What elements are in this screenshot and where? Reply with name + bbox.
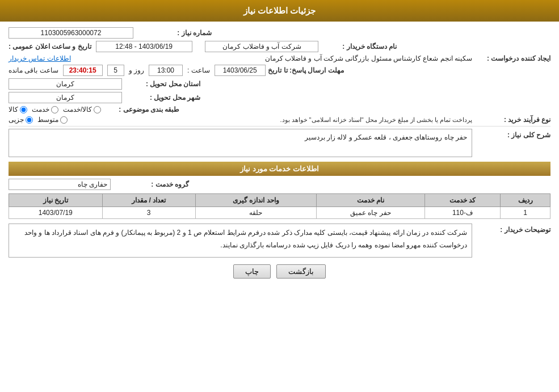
- province-label: استان محل تحویل :: [127, 80, 200, 88]
- purchase-type-radio-jozii[interactable]: [26, 116, 33, 124]
- col-date: تاریخ نیاز: [9, 194, 103, 207]
- category-label: طبقه بندی موضوعی :: [106, 106, 179, 113]
- header-title: جزئیات اطلاعات نیاز: [243, 6, 316, 15]
- buyer-desc-value: شرکت کننده در زمان ارائه پیشنهاد قیمت، ب…: [9, 224, 472, 258]
- purchase-type-motavasset[interactable]: متوسط: [37, 116, 68, 124]
- deadline-date: 1403/06/25: [215, 65, 266, 76]
- service-group-label: گروه خدمت :: [115, 180, 189, 188]
- deadline-time-label: ساعت :: [187, 66, 210, 74]
- category-row: طبقه بندی موضوعی : کالا/خدمت خدمت کالا: [9, 106, 550, 113]
- need-desc-row: شرح کلی نیاز : حفر چاه روستاهای جعفری ، …: [9, 129, 550, 157]
- deadline-days-label: روز و: [129, 66, 144, 74]
- request-number-value: 1103005963000072: [9, 27, 133, 39]
- station-value: شرکت آب و فاضلاب کرمان: [205, 41, 318, 52]
- purchase-type-radio-group: متوسط جزیی: [9, 116, 68, 124]
- creator-row: ایجاد کننده درخواست : سکینه انجم شعاع کا…: [9, 54, 550, 62]
- contact-link[interactable]: اطلاعات تماس خریدار: [9, 54, 71, 62]
- table-header-row: ردیف کد خدمت نام خدمت واحد اندازه گیری ت…: [9, 194, 550, 207]
- buyer-desc-row: توضیحات خریدار : شرکت کننده در زمان ارائ…: [9, 224, 550, 258]
- purchase-type-row: نوع فرآیند خرید : پرداخت تمام یا بخشی از…: [9, 116, 550, 124]
- need-desc-value: حفر چاه روستاهای جعفری ، قلعه عسکر و لال…: [9, 129, 472, 157]
- announce-station-row: نام دستگاه خریدار : شرکت آب و فاضلاب کرم…: [9, 41, 550, 52]
- purchase-type-label-motavasset: متوسط: [37, 116, 58, 124]
- category-kala[interactable]: کالا: [9, 106, 27, 113]
- creator-label: ایجاد کننده درخواست :: [477, 54, 550, 62]
- category-radio-group: کالا/خدمت خدمت کالا: [9, 106, 101, 113]
- services-section-header: اطلاعات خدمات مورد نیاز: [9, 162, 550, 176]
- page-header: جزئیات اطلاعات نیاز: [0, 0, 559, 22]
- col-qty: تعداد / مقدار: [102, 194, 195, 207]
- purchase-type-label: نوع فرآیند خرید :: [477, 116, 550, 124]
- purchase-type-radio-motavasset[interactable]: [60, 116, 68, 124]
- province-value: کرمان: [9, 78, 122, 90]
- purchase-type-note: پرداخت تمام یا بخشی از مبلغ خریدار محل "…: [72, 116, 472, 124]
- announce-label: تاریخ و ساعت اعلان عمومی :: [9, 43, 91, 50]
- deadline-label: مهلت ارسال پاسخ: تا تاریخ :: [270, 66, 344, 74]
- deadline-remaining-label: ساعت باقی مانده: [9, 66, 58, 74]
- need-desc-label: شرح کلی نیاز :: [477, 129, 550, 139]
- announce-value: 1403/06/19 - 12:48: [96, 41, 192, 52]
- col-rownum: ردیف: [501, 194, 550, 207]
- category-label-khadamat: خدمت: [32, 106, 49, 113]
- city-label: شهر محل تحویل :: [127, 94, 200, 102]
- province-row: استان محل تحویل : کرمان: [9, 78, 550, 90]
- deadline-remaining: 23:40:15: [63, 65, 103, 76]
- purchase-type-jozii[interactable]: جزیی: [9, 116, 33, 124]
- service-group-value: حفاری چاه: [9, 179, 111, 190]
- category-radio-kala-khadamat[interactable]: [94, 106, 101, 113]
- request-number-row: شماره نیاز : 1103005963000072: [9, 27, 550, 39]
- service-group-row: گروه خدمت : حفاری چاه: [9, 179, 550, 190]
- deadline-days: 5: [107, 65, 124, 76]
- services-table: ردیف کد خدمت نام خدمت واحد اندازه گیری ت…: [9, 193, 550, 219]
- buttons-row: بازگشت چاپ: [9, 264, 550, 279]
- print-button[interactable]: چاپ: [233, 264, 271, 279]
- col-code: کد خدمت: [424, 194, 501, 207]
- category-label-kala-khadamat: کالا/خدمت: [63, 106, 92, 113]
- creator-value: سکینه انجم شعاع کارشناس مسئول بازرگانی ش…: [83, 54, 472, 62]
- deadline-time: 13:00: [149, 65, 183, 76]
- buyer-desc-label: توضیحات خریدار :: [477, 224, 550, 234]
- city-row: شهر محل تحویل : کرمان: [9, 92, 550, 103]
- city-value: کرمان: [9, 92, 122, 103]
- category-label-kala: کالا: [9, 106, 18, 113]
- category-radio-kala[interactable]: [20, 106, 27, 113]
- col-unit: واحد اندازه گیری: [195, 194, 316, 207]
- back-button[interactable]: بازگشت: [276, 264, 326, 279]
- col-name: نام خدمت: [317, 194, 425, 207]
- request-number-label: شماره نیاز :: [138, 29, 212, 37]
- purchase-type-label-jozii: جزیی: [9, 116, 24, 124]
- category-khadamat[interactable]: خدمت: [32, 106, 58, 113]
- table-row: 1ف-110حفر چاه عمیقحلقه31403/07/19: [9, 207, 550, 219]
- deadline-row: مهلت ارسال پاسخ: تا تاریخ : 1403/06/25 س…: [9, 65, 550, 76]
- category-radio-khadamat[interactable]: [51, 106, 58, 113]
- station-label: نام دستگاه خریدار :: [323, 43, 397, 50]
- category-kala-khadamat[interactable]: کالا/خدمت: [63, 106, 101, 113]
